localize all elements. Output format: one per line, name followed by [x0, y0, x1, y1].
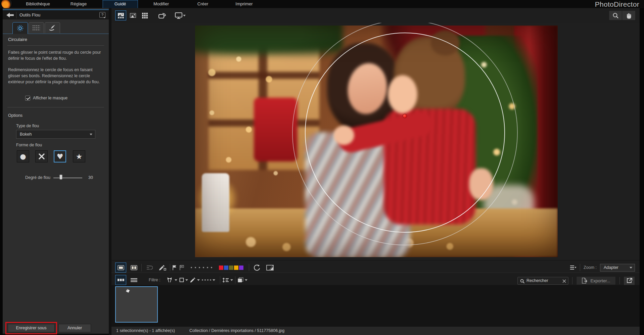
status-bar: 1 sélectionnée(s) - 1 affichée(s) Collec…	[111, 326, 640, 335]
crop-flip-icon	[266, 265, 274, 271]
section-title: Circulaire	[8, 37, 27, 42]
rating-dot[interactable]	[211, 267, 212, 268]
save-as-button[interactable]: Enregistrer sous	[8, 324, 55, 332]
back-button[interactable]	[5, 12, 15, 18]
zoom-level-dropdown[interactable]: Adapter	[600, 264, 635, 272]
open-external-button[interactable]	[624, 276, 635, 285]
blur-focus-center-handle[interactable]	[403, 114, 407, 118]
cancel-button[interactable]: Annuler	[58, 324, 91, 332]
display-mode-button[interactable]	[174, 10, 187, 20]
shape-star-button[interactable]: ★	[73, 150, 85, 162]
menu-creer[interactable]: Créer	[197, 0, 209, 8]
zoom-tool-button[interactable]	[609, 10, 622, 20]
filter-by-rating-button[interactable]	[202, 279, 215, 281]
view-options-button[interactable]	[570, 265, 577, 270]
history-button-disabled[interactable]	[144, 262, 155, 273]
filter-by-label-button[interactable]	[179, 278, 188, 282]
header-divider	[16, 12, 16, 18]
flag-reject-button[interactable]	[179, 265, 184, 271]
flag-pick-button[interactable]	[172, 265, 177, 271]
crop-preview-button[interactable]	[264, 262, 275, 273]
help-icon: ?	[101, 13, 103, 17]
tab-circular-blur[interactable]	[12, 22, 28, 34]
adjustment-brush-button[interactable]	[157, 262, 168, 273]
chevron-down-icon	[90, 134, 92, 135]
flag-reject-icon	[179, 265, 184, 271]
rating-dot[interactable]	[207, 267, 208, 268]
star-shape-icon: ★	[76, 152, 83, 161]
rating-dot[interactable]	[191, 267, 192, 268]
magnifier-icon	[612, 12, 619, 19]
color-label-purple[interactable]	[239, 266, 243, 270]
browser-grid-mode-button[interactable]	[139, 10, 150, 20]
external-window-icon	[627, 278, 632, 283]
app-logo-icon[interactable]	[1, 0, 12, 8]
rotate-icon	[158, 12, 166, 19]
menu-imprimer[interactable]: Imprimer	[235, 0, 252, 8]
circular-blur-icon	[16, 25, 24, 32]
crossed-flags-icon	[166, 277, 173, 283]
browser-filter-bar: Filtre :	[111, 273, 640, 285]
clear-search-icon[interactable]	[562, 279, 566, 283]
viewer-filmstrip-mode-button[interactable]	[115, 10, 126, 20]
show-mask-checkbox[interactable]	[25, 96, 30, 101]
rotate-photo-button[interactable]	[156, 10, 168, 20]
blur-focus-inner-circle[interactable]	[305, 33, 505, 233]
panel-header: Outils Flou ?	[3, 9, 109, 19]
shape-circle-button[interactable]: ●	[17, 150, 29, 162]
filter-by-flag-button[interactable]	[166, 277, 177, 283]
menu-bibliotheque[interactable]: Bibliothèque	[26, 0, 50, 8]
rating-dot[interactable]	[195, 267, 196, 268]
thumbnail-view-button[interactable]	[115, 275, 126, 285]
chevron-down-icon	[245, 279, 247, 281]
help-caret-icon	[103, 16, 105, 18]
file-path: Collection / Dernières importations / 51…	[189, 328, 284, 333]
viewer-filmstrip-icon	[118, 13, 124, 18]
rating-dot[interactable]	[199, 267, 200, 268]
list-view-icon	[131, 278, 137, 282]
viewer-only-icon	[130, 13, 136, 18]
color-label-red[interactable]	[219, 266, 223, 270]
rotate-left-icon	[254, 264, 260, 271]
menu-guide-active[interactable]: Guidé	[103, 0, 138, 8]
compare-view-button[interactable]	[128, 262, 139, 273]
pencil-icon	[190, 277, 196, 283]
tab-linear-blur[interactable]	[29, 22, 44, 33]
sort-order-button[interactable]	[222, 278, 233, 283]
stack-photos-button[interactable]	[237, 277, 247, 283]
shape-cross-button[interactable]	[35, 150, 48, 162]
menu-modifier[interactable]: Modifier	[153, 0, 169, 8]
instruction-text-1: Faites glisser le point central rouge du…	[8, 50, 104, 62]
shape-heart-button-selected[interactable]: ♥	[54, 150, 66, 162]
rating-dots[interactable]	[191, 267, 212, 268]
window-right-edge	[640, 8, 644, 335]
export-button[interactable]: Exporter...	[576, 276, 616, 285]
blur-type-dropdown[interactable]: Bokeh	[16, 130, 95, 139]
menu-reglage[interactable]: Réglage	[71, 0, 87, 8]
blur-degree-slider-handle[interactable]	[59, 175, 62, 180]
color-label-blue[interactable]	[224, 266, 228, 270]
blur-degree-label: Degré de flou	[15, 175, 50, 180]
search-input[interactable]	[526, 278, 561, 283]
thumbnail-image[interactable]	[119, 293, 154, 318]
history-icon	[146, 265, 153, 270]
photo-viewer-canvas[interactable]	[111, 23, 640, 260]
photo-thumbnail-selected[interactable]	[115, 286, 158, 323]
filter-label: Filtre :	[149, 278, 160, 282]
brand-title: PhotoDirector	[595, 0, 639, 8]
list-view-button[interactable]	[128, 275, 139, 285]
blur-shape-label: Forme de flou	[16, 143, 42, 147]
viewer-only-mode-button[interactable]	[127, 10, 138, 20]
tab-brush-blur[interactable]	[45, 22, 60, 33]
single-view-button[interactable]	[115, 262, 126, 273]
pan-tool-button[interactable]	[622, 10, 636, 20]
blur-degree-slider-track[interactable]	[53, 178, 82, 178]
help-button[interactable]: ?	[99, 12, 105, 18]
reset-rotate-button[interactable]	[251, 262, 262, 273]
color-label-green[interactable]	[229, 266, 233, 270]
photodirector-window: Bibliothèque Réglage Guidé Modifier Crée…	[0, 0, 644, 335]
filter-by-edit-button[interactable]	[190, 277, 200, 283]
toolbar-divider	[220, 276, 220, 284]
rating-dot[interactable]	[203, 267, 204, 268]
color-label-yellow[interactable]	[234, 266, 238, 270]
